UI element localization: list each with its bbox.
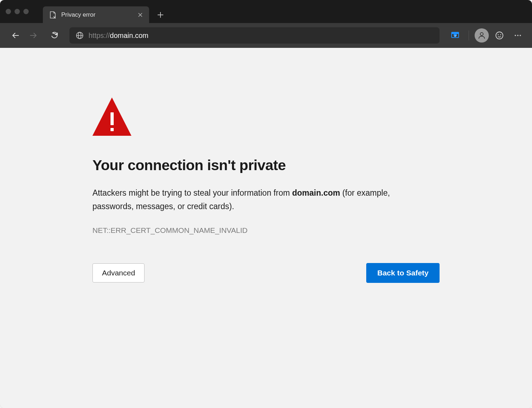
url-scheme: https:// — [89, 32, 110, 40]
svg-point-17 — [515, 35, 516, 36]
warning-triangle-icon — [92, 97, 131, 136]
url-host: domain.com — [110, 32, 148, 40]
error-body: Attackers might be trying to steal your … — [92, 186, 418, 213]
tab-close-button[interactable] — [137, 12, 143, 18]
refresh-button[interactable] — [47, 28, 62, 43]
forward-button[interactable] — [26, 28, 41, 43]
svg-point-16 — [500, 35, 501, 35]
feedback-smiley-icon[interactable] — [492, 28, 507, 43]
svg-point-13 — [480, 33, 483, 35]
advanced-button[interactable]: Advanced — [92, 263, 145, 283]
browser-window: Privacy error — [0, 0, 532, 408]
site-identity-icon[interactable] — [76, 32, 84, 39]
tracking-prevention-icon[interactable] — [447, 28, 463, 43]
error-headline: Your connection isn't private — [92, 157, 440, 174]
address-bar[interactable]: https://domain.com — [69, 27, 440, 44]
button-row: Advanced Back to Safety — [92, 263, 440, 283]
back-to-safety-button[interactable]: Back to Safety — [366, 263, 440, 283]
window-controls — [6, 9, 29, 14]
tab-error-page-icon — [49, 11, 56, 19]
back-button[interactable] — [8, 28, 23, 43]
new-tab-button[interactable] — [153, 8, 168, 22]
svg-point-14 — [496, 32, 503, 39]
error-body-domain: domain.com — [292, 188, 340, 197]
url-text: https://domain.com — [89, 32, 148, 40]
svg-rect-12 — [452, 32, 459, 34]
page-content: Your connection isn't private Attackers … — [0, 48, 532, 408]
profile-avatar[interactable] — [475, 28, 489, 43]
error-code: NET::ERR_CERT_COMMON_NAME_INVALID — [92, 226, 440, 235]
toolbar-divider — [469, 30, 469, 40]
tab-title: Privacy error — [61, 11, 132, 18]
svg-point-18 — [517, 35, 519, 36]
window-minimize-dot[interactable] — [15, 9, 20, 14]
svg-point-15 — [498, 35, 498, 35]
settings-more-icon[interactable] — [510, 28, 526, 43]
privacy-error-interstitial: Your connection isn't private Attackers … — [92, 48, 440, 283]
window-close-dot[interactable] — [6, 9, 11, 14]
browser-tab[interactable]: Privacy error — [43, 6, 149, 23]
titlebar: Privacy error — [0, 0, 532, 23]
toolbar-right — [447, 28, 526, 43]
error-body-prefix: Attackers might be trying to steal your … — [92, 188, 292, 197]
svg-point-19 — [520, 35, 521, 36]
window-zoom-dot[interactable] — [23, 9, 29, 14]
toolbar: https://domain.com — [0, 23, 532, 48]
